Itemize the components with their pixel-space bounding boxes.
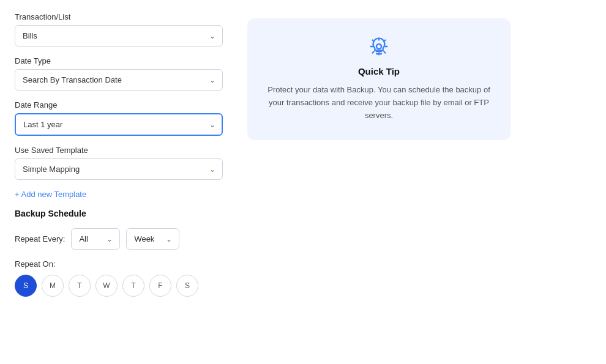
svg-point-0: [376, 44, 381, 49]
repeat-every-select-wrapper: All 1 2 3 ⌄: [71, 228, 120, 250]
transaction-list-group: Transaction/List Bills Invoices Expenses…: [15, 12, 223, 46]
date-range-select[interactable]: Last 1 year Last 6 months Last 3 months …: [15, 113, 223, 136]
repeat-on-row: Repeat On: S M T W T F S: [15, 259, 223, 297]
day-button-wednesday[interactable]: W: [95, 275, 118, 297]
saved-template-select[interactable]: Simple Mapping Advanced Mapping Custom T…: [15, 158, 223, 180]
date-type-group: Date Type Search By Transaction Date Sea…: [15, 56, 223, 91]
day-button-saturday[interactable]: S: [176, 275, 198, 297]
backup-schedule-section: Backup Schedule: [15, 209, 223, 218]
repeat-period-select-wrapper: Week Day Month ⌄: [126, 228, 179, 250]
lightbulb-icon: [369, 37, 389, 59]
repeat-every-label: Repeat Every:: [15, 234, 65, 243]
date-type-select[interactable]: Search By Transaction Date Search By Due…: [15, 69, 223, 91]
day-button-sunday[interactable]: S: [15, 275, 37, 297]
tip-title: Quick Tip: [358, 66, 400, 76]
saved-template-select-wrapper: Simple Mapping Advanced Mapping Custom T…: [15, 158, 223, 180]
day-button-tuesday[interactable]: T: [69, 275, 91, 297]
day-buttons: S M T W T F S: [15, 275, 223, 297]
repeat-every-select[interactable]: All 1 2 3: [71, 228, 120, 250]
repeat-on-label: Repeat On:: [15, 259, 223, 269]
tip-card: Quick Tip Protect your data with Backup.…: [247, 18, 511, 140]
day-button-monday[interactable]: M: [42, 275, 64, 297]
left-panel: Transaction/List Bills Invoices Expenses…: [15, 12, 223, 297]
transaction-list-select[interactable]: Bills Invoices Expenses Payments: [15, 25, 223, 46]
saved-template-group: Use Saved Template Simple Mapping Advanc…: [15, 146, 223, 180]
repeat-every-row: Repeat Every: All 1 2 3 ⌄ Week Day Month…: [15, 228, 223, 250]
date-range-label: Date Range: [15, 100, 223, 110]
saved-template-label: Use Saved Template: [15, 146, 223, 155]
day-button-friday[interactable]: F: [149, 275, 171, 297]
date-type-select-wrapper: Search By Transaction Date Search By Due…: [15, 69, 223, 91]
tip-text: Protect your data with Backup. You can s…: [264, 84, 493, 122]
transaction-list-select-wrapper: Bills Invoices Expenses Payments ⌄: [15, 25, 223, 46]
transaction-list-label: Transaction/List: [15, 12, 223, 21]
backup-schedule-title: Backup Schedule: [15, 209, 223, 218]
date-range-select-wrapper: Last 1 year Last 6 months Last 3 months …: [15, 113, 223, 136]
date-range-group: Date Range Last 1 year Last 6 months Las…: [15, 100, 223, 136]
date-type-label: Date Type: [15, 56, 223, 65]
repeat-period-select[interactable]: Week Day Month: [126, 228, 179, 250]
add-template-link[interactable]: + Add new Template: [15, 190, 223, 199]
right-panel: Quick Tip Protect your data with Backup.…: [247, 12, 591, 297]
day-button-thursday[interactable]: T: [122, 275, 144, 297]
